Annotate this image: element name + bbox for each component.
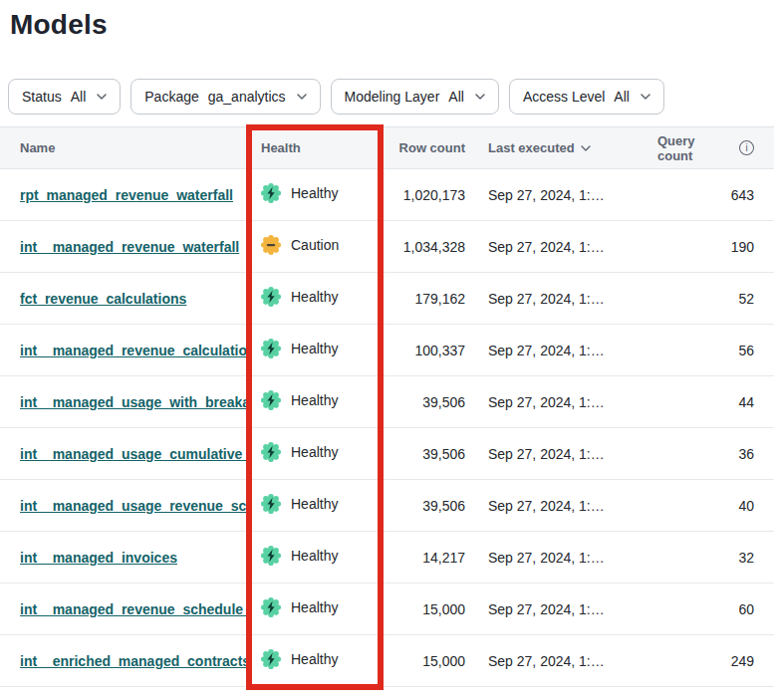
health-seal-icon: [261, 442, 281, 462]
health-status-label: Healthy: [291, 548, 338, 564]
status-filter-button[interactable]: Status All: [8, 79, 121, 115]
query-count-cell: 249: [657, 635, 774, 687]
health-seal-icon: [261, 546, 281, 566]
table-row: int__managed_usage_revenue_sc… Healthy: [0, 480, 774, 532]
health-seal-icon: [261, 235, 281, 255]
column-header-label: Name: [20, 140, 55, 155]
table-row: int__managed_invoices Healthy: [0, 532, 774, 583]
query-count-cell: 44: [657, 376, 774, 428]
health-seal-icon: [261, 494, 281, 514]
last-executed-cell: Sep 27, 2024, 1:…: [465, 169, 657, 221]
models-table: Name Health Row count Last executed Quer…: [0, 126, 774, 687]
query-count-cell: 52: [657, 273, 774, 325]
model-name-link[interactable]: int__managed_usage_revenue_sc…: [20, 498, 246, 514]
filter-bar: Status All Package ga_analytics Modeling…: [8, 79, 774, 115]
column-header-health: Health: [246, 127, 388, 169]
query-count-cell: 40: [657, 480, 774, 532]
table-row: rpt_managed_revenue_waterfall Healthy: [0, 169, 774, 221]
table-row: int__managed_usage_cumulative_… Healthy: [0, 428, 774, 480]
chevron-down-icon: [97, 94, 107, 100]
model-name-link[interactable]: fct_revenue_calculations: [20, 291, 186, 307]
health-status-badge: Healthy: [261, 494, 338, 514]
column-header-last-executed[interactable]: Last executed: [465, 127, 657, 169]
model-name-link[interactable]: rpt_managed_revenue_waterfall: [20, 187, 233, 203]
filter-label: Modeling Layer: [345, 89, 440, 105]
last-executed-cell: Sep 27, 2024, 1:…: [465, 221, 657, 273]
row-count-cell: 1,034,328: [388, 221, 465, 273]
package-filter-button[interactable]: Package ga_analytics: [130, 79, 320, 115]
health-seal-icon: [261, 597, 281, 617]
health-status-label: Healthy: [291, 599, 338, 615]
health-seal-icon: [261, 287, 281, 307]
table-row: int__managed_revenue_calculations Health…: [0, 325, 774, 376]
column-header-label: Last executed: [488, 140, 575, 155]
health-status-badge: Healthy: [261, 183, 338, 203]
model-name-link[interactable]: int__managed_revenue_schedule_…: [20, 601, 246, 617]
health-status-label: Healthy: [291, 496, 338, 512]
row-count-cell: 100,337: [388, 325, 465, 376]
access-level-filter-button[interactable]: Access Level All: [509, 79, 664, 115]
last-executed-cell: Sep 27, 2024, 1:…: [465, 428, 657, 480]
sort-chevron-down-icon[interactable]: [581, 145, 591, 151]
row-count-cell: 39,506: [388, 480, 465, 532]
filter-label: Status: [22, 89, 62, 105]
filter-value: All: [448, 89, 464, 105]
column-header-label: Query count: [657, 133, 733, 163]
last-executed-cell: Sep 27, 2024, 1:…: [465, 325, 657, 376]
health-status-badge: Healthy: [261, 287, 338, 307]
health-status-label: Caution: [291, 237, 339, 253]
last-executed-cell: Sep 27, 2024, 1:…: [465, 376, 657, 428]
row-count-cell: 39,506: [388, 428, 465, 480]
row-count-cell: 1,020,173: [388, 169, 465, 221]
chevron-down-icon: [475, 94, 485, 100]
row-count-cell: 15,000: [388, 583, 465, 635]
row-count-cell: 15,000: [388, 635, 465, 687]
modeling-layer-filter-button[interactable]: Modeling Layer All: [331, 79, 499, 115]
filter-value: ga_analytics: [208, 89, 286, 105]
health-status-label: Healthy: [291, 651, 338, 667]
health-status-label: Healthy: [291, 289, 338, 305]
health-status-badge: Healthy: [261, 597, 338, 617]
column-header-name: Name: [0, 127, 246, 169]
table-row: fct_revenue_calculations Healthy: [0, 273, 774, 325]
model-name-link[interactable]: int__managed_usage_with_breaka…: [20, 394, 246, 410]
row-count-cell: 14,217: [388, 532, 465, 583]
last-executed-cell: Sep 27, 2024, 1:…: [465, 273, 657, 325]
model-name-link[interactable]: int__managed_revenue_calculations: [20, 343, 246, 358]
column-header-label: Health: [261, 140, 301, 155]
filter-label: Access Level: [523, 89, 605, 105]
health-status-label: Healthy: [291, 185, 338, 201]
health-seal-icon: [261, 649, 281, 669]
health-seal-icon: [261, 390, 281, 410]
model-name-link[interactable]: int__managed_revenue_waterfall: [20, 239, 239, 255]
row-count-cell: 39,506: [388, 376, 465, 428]
health-status-badge: Healthy: [261, 339, 338, 358]
health-seal-icon: [261, 339, 281, 358]
query-count-cell: 36: [657, 428, 774, 480]
health-status-badge: Caution: [261, 235, 339, 255]
info-icon[interactable]: i: [739, 140, 754, 155]
query-count-cell: 56: [657, 325, 774, 376]
health-status-badge: Healthy: [261, 390, 338, 410]
last-executed-cell: Sep 27, 2024, 1:…: [465, 532, 657, 583]
query-count-cell: 643: [657, 169, 774, 221]
health-status-badge: Healthy: [261, 649, 338, 669]
query-count-cell: 190: [657, 221, 774, 273]
query-count-cell: 60: [657, 583, 774, 635]
column-header-row-count: Row count: [388, 127, 465, 169]
filter-value: All: [71, 89, 87, 105]
filter-value: All: [614, 89, 630, 105]
model-name-link[interactable]: int__managed_invoices: [20, 550, 177, 566]
model-name-link[interactable]: int__enriched_managed_contracts: [20, 653, 246, 669]
row-count-cell: 179,162: [388, 273, 465, 325]
page-title: Models: [10, 9, 774, 41]
last-executed-cell: Sep 27, 2024, 1:…: [465, 635, 657, 687]
health-status-label: Healthy: [291, 341, 338, 356]
health-status-badge: Healthy: [261, 442, 338, 462]
query-count-cell: 32: [657, 532, 774, 583]
last-executed-cell: Sep 27, 2024, 1:…: [465, 583, 657, 635]
last-executed-cell: Sep 27, 2024, 1:…: [465, 480, 657, 532]
health-status-label: Healthy: [291, 392, 338, 408]
minus-icon: [267, 244, 275, 246]
model-name-link[interactable]: int__managed_usage_cumulative_…: [20, 446, 246, 462]
